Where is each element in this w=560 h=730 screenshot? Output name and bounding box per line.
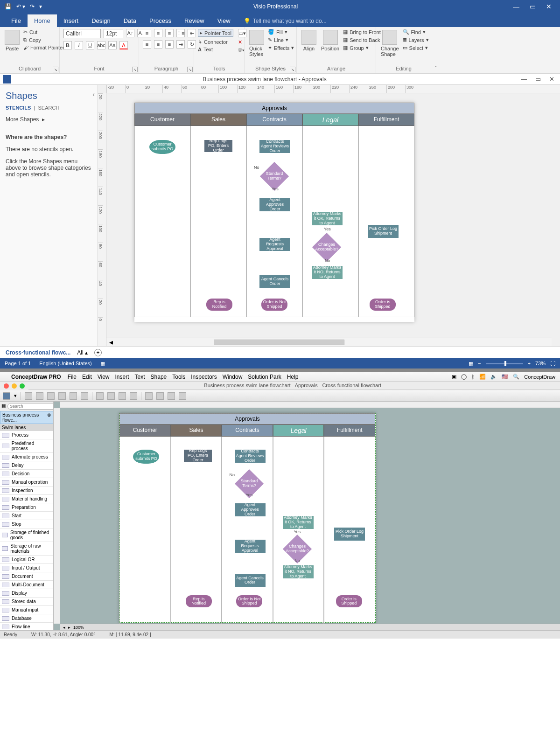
tab-view[interactable]: View (211, 14, 237, 27)
mac-close-icon[interactable] (4, 383, 9, 389)
redo-icon[interactable]: ↷ (30, 3, 35, 10)
bullets-icon[interactable]: ⋮≡ (176, 29, 185, 37)
undo-icon[interactable]: ↶ ▾ (16, 3, 25, 10)
change-shape-button[interactable]: Change Shape (380, 29, 400, 58)
shapestyles-dialog-icon[interactable]: ↘ (290, 67, 295, 72)
doc-restore-icon[interactable]: ▭ (535, 76, 541, 83)
cd-tool-6[interactable] (81, 392, 88, 400)
lib-shape[interactable]: Input / Output (0, 564, 53, 572)
zoom-slider[interactable] (486, 363, 523, 364)
lane[interactable] (190, 126, 246, 317)
lib-shape[interactable]: Process (0, 431, 53, 439)
cd-tool-7[interactable] (96, 392, 104, 400)
shape-process[interactable]: Agent Cancels Order (235, 574, 266, 587)
qat-more-icon[interactable]: ▾ (39, 3, 42, 10)
search-tab[interactable]: SEARCH (38, 105, 60, 111)
tab-data[interactable]: Data (117, 14, 143, 27)
cd-tool-3[interactable] (47, 392, 55, 400)
format-painter-button[interactable]: 🖌 Format Painter (23, 45, 64, 50)
case-button[interactable]: Aa (108, 41, 117, 49)
lib-shape[interactable]: Manual input (0, 606, 53, 614)
save-icon[interactable]: 💾 (5, 3, 12, 10)
grow-font-icon[interactable]: A↑ (126, 29, 134, 37)
cd-tool-14[interactable] (179, 392, 186, 400)
collapse-pane-icon[interactable]: ‹ (92, 90, 95, 98)
canvas[interactable]: -200204060801001201401601802002202402602… (98, 85, 560, 346)
cd-tool-10[interactable] (130, 392, 137, 400)
menu-view[interactable]: View (98, 374, 110, 380)
menu-solution-park[interactable]: Solution Park (248, 374, 281, 380)
lib-shape[interactable]: Multi-Document (0, 581, 53, 589)
cd-search-input[interactable] (7, 403, 54, 410)
fit-page-icon[interactable]: ⛶ (550, 361, 555, 366)
menu-edit[interactable]: Edit (82, 374, 92, 380)
shape-process[interactable]: Contracts Agent Reviews Order (235, 450, 266, 463)
macro-icon[interactable]: ▦ (100, 361, 105, 367)
cd-tool-12[interactable] (156, 392, 164, 400)
shape-terminator[interactable]: Order is Not Shipped (236, 595, 262, 607)
tab-home[interactable]: Home (28, 14, 57, 27)
italic-button[interactable]: I (75, 41, 83, 49)
cd-lib-view-icon[interactable]: ▦ (1, 403, 6, 410)
font-size-select[interactable]: 12pt (104, 29, 123, 38)
font-color-button[interactable]: A (119, 41, 128, 49)
tab-process[interactable]: Process (143, 14, 178, 27)
cd-tool-arrow[interactable] (3, 392, 10, 400)
menu-window[interactable]: Window (223, 374, 243, 380)
cd-doclib-header[interactable]: Business process flowc...⊗ (0, 411, 53, 424)
minimize-icon[interactable]: — (513, 3, 519, 10)
doc-minimize-icon[interactable]: — (521, 76, 527, 83)
lib-shape[interactable]: Storage of finished goods (0, 528, 53, 542)
cd-tool-13[interactable] (168, 392, 175, 400)
text-tool-button[interactable]: A Text (198, 47, 233, 52)
lib-shape[interactable]: Database (0, 614, 53, 623)
lib-shape[interactable]: Predefined process (0, 439, 53, 453)
align-mid-icon[interactable]: ≡ (154, 29, 162, 37)
shape-process[interactable]: Pick Order Log Shipment (334, 528, 365, 541)
cd-tool-9[interactable] (119, 392, 126, 400)
menu-inspectors[interactable]: Inspectors (191, 374, 217, 380)
menu-help[interactable]: Help (287, 374, 299, 380)
doc-close-icon[interactable]: ✕ (549, 76, 554, 83)
spotlight-icon[interactable]: 🔍 (513, 374, 519, 380)
lane[interactable] (358, 126, 414, 317)
scrollbar-horizontal[interactable]: ◂ (106, 338, 552, 346)
cd-tool-1[interactable] (25, 392, 32, 400)
zoom-in-icon[interactable]: + (528, 361, 531, 366)
shape-process[interactable]: Agent Approves Order (259, 198, 290, 211)
paste-button[interactable]: Paste (4, 29, 21, 52)
zoom-value[interactable]: 73% (535, 361, 546, 366)
flag-icon[interactable]: 🇺🇸 (502, 374, 508, 380)
mac-zoom-icon[interactable] (20, 383, 25, 389)
shape-start[interactable]: Customer submits PO (133, 450, 159, 464)
shape-process[interactable]: Contracts Agent Reviews Order (259, 140, 290, 153)
menu-file[interactable]: File (68, 374, 77, 380)
fill-button[interactable]: 🪣 Fill ▾ (268, 29, 294, 35)
dropbox-icon[interactable]: ▣ (452, 374, 456, 380)
menu-shape[interactable]: Shape (151, 374, 167, 380)
cd-zoom-label[interactable]: 100% (73, 625, 84, 630)
quick-styles-button[interactable]: Quick Styles (248, 29, 265, 58)
stencils-tab[interactable]: STENCILS (6, 105, 31, 111)
indent-inc-icon[interactable]: ⇥ (176, 40, 185, 49)
more-shapes-button[interactable]: More Shapes ▸ (6, 116, 92, 123)
collapse-ribbon-icon[interactable]: ˄ (431, 27, 441, 73)
cd-pgtab-prev[interactable]: ◂ (63, 625, 65, 630)
shape-process[interactable]: Attorney Marks it OK, Returns to Agent (312, 212, 343, 225)
bluetooth-icon[interactable]: ᛒ (471, 374, 475, 380)
tell-me[interactable]: 💡 Tell me what you want to do... (237, 15, 333, 27)
volume-icon[interactable]: 🔈 (490, 374, 497, 380)
layers-button[interactable]: ≣ Layers ▾ (403, 37, 429, 43)
align-button[interactable]: Align (301, 29, 317, 52)
page-tab-all[interactable]: All ▴ (77, 349, 88, 356)
shape-start[interactable]: Customer submits PO (149, 140, 175, 154)
shape-process[interactable]: Attorney Marks it NO, Returns to Agent (283, 565, 314, 578)
bold-button[interactable]: B (63, 41, 72, 49)
shape-process[interactable]: Pick Order Log Shipment (368, 225, 399, 238)
lib-shape[interactable]: Preparation (0, 503, 53, 512)
zoom-out-icon[interactable]: − (478, 361, 481, 366)
cd-page[interactable]: ApprovalsCustomerSalesContractsLegalFulf… (119, 413, 376, 623)
line-button[interactable]: ✎ Line ▾ (268, 37, 294, 43)
copy-button[interactable]: ⧉ Copy (23, 37, 64, 43)
shape-process[interactable]: Attorney Marks it OK, Returns to Agent (283, 516, 314, 529)
